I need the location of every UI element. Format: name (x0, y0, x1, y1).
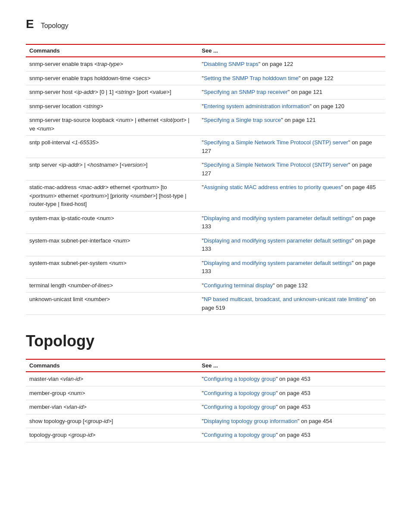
see-link[interactable]: Configuring a topology group (204, 390, 276, 396)
cmd-cell: system-max subnet-per-interface <num> (26, 233, 198, 256)
see-cell[interactable]: "Specifying a Simple Network Time Protoc… (198, 158, 385, 180)
see-cell[interactable]: "Configuring a topology group" on page 4… (198, 400, 385, 414)
see-cell[interactable]: "Displaying and modifying system paramet… (198, 211, 385, 233)
see-cell[interactable]: "Specifying a Single trap source" on pag… (198, 113, 385, 136)
see-cell[interactable]: "Specifying an SNMP trap receiver" on pa… (198, 85, 385, 100)
page-header: E Topology (26, 17, 385, 31)
table-row: member-vlan <vlan-id>"Configuring a topo… (26, 400, 385, 414)
table-row: system-max subnet-per-system <num>"Displ… (26, 256, 385, 278)
see-cell[interactable]: "Displaying topology group information" … (198, 414, 385, 428)
cmd-cell: sntp poll-interval <1-65535> (26, 136, 198, 158)
cmd-cell: terminal length <number-of-lines> (26, 278, 198, 292)
table-row: snmp-server enable traps <trap-type>"Dis… (26, 57, 385, 71)
see-cell[interactable]: "Assigning static MAC address entries to… (198, 180, 385, 212)
see-cell[interactable]: "Setting the SNMP Trap holddown time" on… (198, 71, 385, 85)
table-row: show topology-group [<group-id>]"Display… (26, 414, 385, 428)
see-link[interactable]: Displaying topology group information (204, 418, 298, 424)
see-link[interactable]: Disabling SNMP traps (204, 61, 258, 67)
cmd-cell: sntp server <ip-addr> | <hostname> [<ver… (26, 158, 198, 180)
cmd-cell: snmp-server enable traps holddown-time <… (26, 71, 198, 85)
snmp-col-see: See ... (198, 44, 385, 57)
table-row: sntp poll-interval <1-65535>"Specifying … (26, 136, 385, 158)
see-cell[interactable]: "Displaying and modifying system paramet… (198, 233, 385, 256)
table-row: system-max subnet-per-interface <num>"Di… (26, 233, 385, 256)
see-cell[interactable]: "Entering system administration informat… (198, 99, 385, 113)
snmp-commands-table: Commands See ... snmp-server enable trap… (26, 44, 385, 315)
see-link[interactable]: Specifying a Single trap source (204, 117, 281, 123)
topology-section: Topology Commands See ... master-vlan <v… (26, 332, 385, 442)
cmd-cell: snmp-server location <string> (26, 99, 198, 113)
see-link[interactable]: Displaying and modifying system paramete… (204, 260, 352, 266)
cmd-cell: topology-group <group-id> (26, 428, 198, 442)
see-cell[interactable]: "Configuring terminal display" on page 1… (198, 278, 385, 292)
table-row: member-group <num>"Configuring a topolog… (26, 386, 385, 400)
table-row: snmp-server enable traps holddown-time <… (26, 71, 385, 85)
see-link[interactable]: Setting the SNMP Trap holddown time (204, 75, 299, 81)
cmd-cell: unknown-unicast limit <number> (26, 292, 198, 315)
topology-col-see: See ... (198, 359, 385, 372)
see-link[interactable]: Configuring a topology group (204, 376, 276, 382)
see-link[interactable]: Entering system administration informati… (204, 103, 310, 109)
table-row: system-max ip-static-route <num>"Display… (26, 211, 385, 233)
cmd-cell: member-group <num> (26, 386, 198, 400)
cmd-cell: static-mac-address <mac-addr> ethernet <… (26, 180, 198, 212)
see-cell[interactable]: "Specifying a Simple Network Time Protoc… (198, 136, 385, 158)
table-row: static-mac-address <mac-addr> ethernet <… (26, 180, 385, 212)
table-row: snmp-server trap-source loopback <num> |… (26, 113, 385, 136)
see-link[interactable]: Specifying a Simple Network Time Protoco… (204, 162, 348, 168)
see-link[interactable]: NP based multicast, broadcast, and unkno… (204, 296, 366, 302)
table-row: sntp server <ip-addr> | <hostname> [<ver… (26, 158, 385, 180)
see-cell[interactable]: "Configuring a topology group" on page 4… (198, 372, 385, 386)
see-link[interactable]: Displaying and modifying system paramete… (204, 237, 352, 244)
cmd-cell: snmp-server host <ip-addr> [0 | 1] <stri… (26, 85, 198, 100)
table-row: unknown-unicast limit <number>"NP based … (26, 292, 385, 315)
see-cell[interactable]: "NP based multicast, broadcast, and unkn… (198, 292, 385, 315)
table-row: topology-group <group-id>"Configuring a … (26, 428, 385, 442)
cmd-cell: snmp-server trap-source loopback <num> |… (26, 113, 198, 136)
see-link[interactable]: Specifying an SNMP trap receiver (204, 89, 288, 95)
table-row: snmp-server host <ip-addr> [0 | 1] <stri… (26, 85, 385, 100)
cmd-cell: system-max subnet-per-system <num> (26, 256, 198, 278)
page-letter: E (26, 17, 34, 31)
see-link[interactable]: Configuring a topology group (204, 404, 276, 410)
see-cell[interactable]: "Displaying and modifying system paramet… (198, 256, 385, 278)
see-cell[interactable]: "Configuring a topology group" on page 4… (198, 428, 385, 442)
table-row: master-vlan <vlan-id>"Configuring a topo… (26, 372, 385, 386)
table-row: terminal length <number-of-lines>"Config… (26, 278, 385, 292)
see-link[interactable]: Specifying a Simple Network Time Protoco… (204, 139, 348, 146)
see-link[interactable]: Displaying and modifying system paramete… (204, 215, 352, 221)
see-cell[interactable]: "Configuring a topology group" on page 4… (198, 386, 385, 400)
page-header-title: Topology (41, 22, 68, 30)
cmd-cell: show topology-group [<group-id>] (26, 414, 198, 428)
see-link[interactable]: Configuring a topology group (204, 432, 276, 438)
snmp-col-commands: Commands (26, 44, 198, 57)
cmd-cell: master-vlan <vlan-id> (26, 372, 198, 386)
see-link[interactable]: Assigning static MAC address entries to … (204, 184, 341, 190)
cmd-cell: member-vlan <vlan-id> (26, 400, 198, 414)
topology-col-commands: Commands (26, 359, 198, 372)
see-cell[interactable]: "Disabling SNMP traps" on page 122 (198, 57, 385, 71)
table-row: snmp-server location <string>"Entering s… (26, 99, 385, 113)
see-link[interactable]: Configuring terminal display (204, 282, 273, 289)
cmd-cell: snmp-server enable traps <trap-type> (26, 57, 198, 71)
topology-section-title: Topology (26, 332, 385, 350)
topology-commands-table: Commands See ... master-vlan <vlan-id>"C… (26, 359, 385, 442)
cmd-cell: system-max ip-static-route <num> (26, 211, 198, 233)
